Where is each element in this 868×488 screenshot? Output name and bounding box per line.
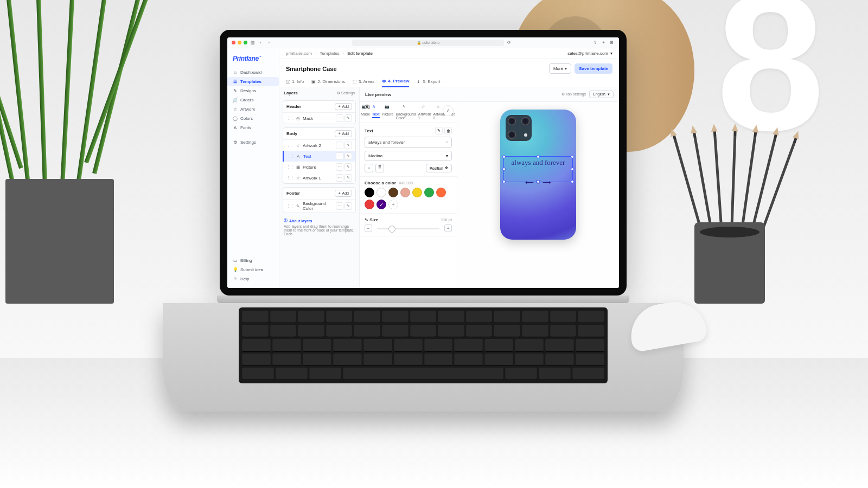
resize-handle[interactable] xyxy=(502,180,506,183)
text-input[interactable]: always and forever× xyxy=(365,137,452,148)
edit-icon[interactable]: ✎ xyxy=(344,114,352,122)
language-select[interactable]: English▾ xyxy=(589,91,614,98)
brand-logo[interactable]: Printlane™ xyxy=(227,53,279,68)
resize-handle[interactable] xyxy=(537,180,540,183)
visibility-off-icon[interactable]: 👁‍🗨 xyxy=(364,104,370,110)
collapse-panel-button[interactable]: ⤢ xyxy=(443,105,454,116)
edit-icon[interactable]: ✎ xyxy=(435,127,443,134)
more-icon[interactable]: ⋯ xyxy=(336,163,343,171)
swatch[interactable] xyxy=(365,200,374,209)
tabs-icon[interactable]: ⊞ xyxy=(609,40,615,46)
new-tab-icon[interactable]: + xyxy=(601,40,607,46)
clear-icon[interactable]: × xyxy=(445,139,448,144)
sidebar-item-submit-idea[interactable]: 💡Submit idea xyxy=(227,265,279,274)
swatch[interactable] xyxy=(436,188,446,197)
tab-dimensions[interactable]: ▣2. Dimensions xyxy=(311,76,345,87)
size-increase-button[interactable]: + xyxy=(444,224,452,232)
sidebar-item-templates[interactable]: ☰Templates xyxy=(227,77,279,86)
resize-handle[interactable] xyxy=(571,180,574,183)
edit-icon[interactable]: ✎ xyxy=(344,174,352,182)
font-select[interactable]: Madina▾ xyxy=(365,151,452,161)
tab-settings-button[interactable]: ⚙ Tab settings xyxy=(561,92,586,97)
sidebar-item-label: Orders xyxy=(240,98,253,102)
phone-case-preview[interactable]: always and forever ⟵ ♡ ⟶ xyxy=(500,110,576,240)
breadcrumb[interactable]: printlane.com xyxy=(286,51,312,56)
edit-icon[interactable]: ✎ xyxy=(344,142,352,149)
delete-icon[interactable]: 🗑 xyxy=(444,127,452,134)
tab-info[interactable]: ⓘ1. Info xyxy=(286,76,304,87)
window-controls[interactable] xyxy=(232,41,247,44)
sidebar-item-artwork[interactable]: ☆Artwork xyxy=(227,105,279,114)
edit-icon[interactable]: ✎ xyxy=(344,152,352,160)
swatch[interactable] xyxy=(365,188,374,197)
sidebar-item-help[interactable]: ?Help xyxy=(227,274,279,284)
align-center-button[interactable]: ≣ xyxy=(375,164,384,172)
sidebar-item-fonts[interactable]: AFonts xyxy=(227,123,279,132)
url-bar[interactable]: 🔒 colorlab.io xyxy=(352,40,504,46)
sidebar-toggle-icon[interactable]: ▥ xyxy=(250,40,256,46)
layer-item-mask[interactable]: ⋮⋮◎Mask⋯✎ xyxy=(283,113,355,124)
add-color-button[interactable]: + xyxy=(388,200,398,209)
ctrl-tab-text[interactable]: AText xyxy=(371,102,381,123)
swatch[interactable] xyxy=(388,188,398,197)
more-icon[interactable]: ⋯ xyxy=(336,142,343,149)
layer-item-artwork2[interactable]: ⋮⋮☆Artwork 2⋯✎ xyxy=(283,140,355,151)
align-left-button[interactable]: ≡ xyxy=(365,164,373,172)
sidebar-item-dashboard[interactable]: ⌂Dashboard xyxy=(227,68,279,77)
swatch[interactable] xyxy=(424,188,434,197)
layer-item-artwork1[interactable]: ⋮⋮☆Artwork 1⋯✎ xyxy=(283,172,355,183)
more-button[interactable]: More▾ xyxy=(549,63,571,74)
more-icon[interactable]: ⋯ xyxy=(336,202,343,210)
more-icon[interactable]: ⋯ xyxy=(336,114,343,122)
more-icon[interactable]: ⋯ xyxy=(336,174,343,182)
share-icon[interactable]: ⇪ xyxy=(592,40,598,46)
ctrl-tab-picture[interactable]: 📷Picture xyxy=(381,102,395,123)
resize-handle[interactable] xyxy=(502,168,506,171)
more-icon[interactable]: ⋯ xyxy=(336,152,343,160)
user-menu[interactable]: sales@printlane.com▾ xyxy=(567,51,612,56)
swatch[interactable] xyxy=(376,188,386,197)
forward-icon[interactable]: › xyxy=(266,40,272,46)
breadcrumb[interactable]: Templates xyxy=(320,51,339,56)
swatch[interactable] xyxy=(400,188,410,197)
step-tabs: ⓘ1. Info ▣2. Dimensions ⬚3. Areas 👁4. Pr… xyxy=(279,76,619,87)
size-slider[interactable] xyxy=(377,228,439,229)
tab-export[interactable]: ⤓5. Export xyxy=(417,76,440,87)
breadcrumb[interactable]: Edit template xyxy=(347,51,373,56)
tab-areas[interactable]: ⬚3. Areas xyxy=(353,76,374,87)
sidebar-item-billing[interactable]: ▭Billing xyxy=(227,256,279,265)
preview-canvas[interactable]: always and forever ⟵ ♡ ⟶ xyxy=(457,102,619,288)
add-layer-button[interactable]: + Add xyxy=(335,103,352,110)
app-sidebar: Printlane™ ⌂Dashboard ☰Templates ✎Design… xyxy=(227,48,279,288)
position-button[interactable]: Position✥ xyxy=(426,164,452,172)
tab-preview[interactable]: 👁4. Preview xyxy=(382,76,409,87)
ctrl-tab-artwork1[interactable]: ☆Artwork 1 xyxy=(417,102,432,123)
minimize-icon[interactable] xyxy=(238,41,241,44)
maximize-icon[interactable] xyxy=(244,41,247,44)
size-decrease-button[interactable]: − xyxy=(365,224,372,232)
swatch[interactable] xyxy=(412,188,422,197)
edit-icon[interactable]: ✎ xyxy=(344,202,352,210)
resize-handle[interactable] xyxy=(571,168,574,171)
layer-item-text[interactable]: ⋮⋮AText⋯✎ xyxy=(283,151,355,162)
add-layer-button[interactable]: + Add xyxy=(335,130,352,137)
selection-box[interactable] xyxy=(503,156,573,182)
sidebar-item-designs[interactable]: ✎Designs xyxy=(227,86,279,95)
resize-handle[interactable] xyxy=(502,155,506,158)
sidebar-item-settings[interactable]: ⚙Settings xyxy=(227,138,279,147)
resize-handle[interactable] xyxy=(537,155,540,158)
layer-item-bgcolor[interactable]: ⋮⋮✎Background Color⋯✎ xyxy=(283,200,355,213)
layers-settings-button[interactable]: ⚙Settings xyxy=(337,91,355,95)
back-icon[interactable]: ‹ xyxy=(258,40,264,46)
refresh-icon[interactable]: ⟳ xyxy=(506,40,512,46)
edit-icon[interactable]: ✎ xyxy=(344,163,352,171)
sidebar-item-orders[interactable]: 🛒Orders xyxy=(227,95,279,105)
swatch-selected[interactable] xyxy=(376,200,386,209)
sidebar-item-colors[interactable]: ◯Colors xyxy=(227,114,279,123)
add-layer-button[interactable]: + Add xyxy=(335,190,352,197)
ctrl-tab-bgcolor[interactable]: ✎Background Color xyxy=(394,102,417,123)
resize-handle[interactable] xyxy=(571,155,574,158)
close-icon[interactable] xyxy=(232,41,235,44)
save-template-button[interactable]: Save template xyxy=(575,63,612,74)
layer-item-picture[interactable]: ⋮⋮▣Picture⋯✎ xyxy=(283,162,355,172)
